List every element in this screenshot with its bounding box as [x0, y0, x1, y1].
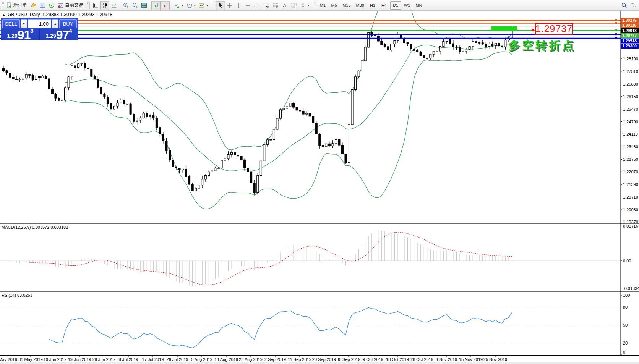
market-watch-button[interactable]: [47, 1, 56, 10]
volume-input[interactable]: 1.00: [28, 19, 51, 28]
group-drag-handle[interactable]: [314, 2, 316, 9]
highlight-rectangle-object[interactable]: [491, 26, 517, 31]
sell-price-point: 8: [30, 28, 33, 34]
triangle-up-icon: ▲: [54, 22, 57, 26]
candle-body: [244, 160, 246, 168]
date-axis-label: 2 May 2019: [0, 357, 17, 362]
timeframe-w1[interactable]: W1: [402, 1, 413, 10]
templates-menu-button[interactable]: ▾: [197, 1, 210, 10]
collapse-panel-icon[interactable]: ▲: [2, 13, 5, 16]
candle-body: [9, 73, 11, 77]
line-chart-icon: [111, 2, 117, 8]
chart-canvas[interactable]: 1.288701.281901.275101.268301.261501.254…: [0, 0, 639, 364]
candlestick-chart-button[interactable]: [100, 1, 109, 10]
group-drag-handle[interactable]: [86, 2, 88, 9]
bollinger-middle-band: [65, 44, 512, 171]
candle-body: [319, 134, 321, 146]
candle-body: [325, 144, 327, 147]
new-order-button[interactable]: 新订单: [5, 1, 29, 10]
horizontal-line-button[interactable]: [243, 1, 253, 10]
date-axis-label: 14 Aug 2019: [214, 357, 238, 362]
candle-body: [322, 146, 324, 147]
timeframe-h1[interactable]: H1: [367, 1, 378, 10]
sell-button[interactable]: SELL: [2, 19, 20, 28]
group-drag-handle[interactable]: [213, 2, 215, 9]
timeframe-d1[interactable]: D1: [390, 1, 401, 10]
candle-body: [117, 103, 118, 106]
date-axis-label: 19 Jun 2019: [68, 357, 91, 362]
price-callout-box[interactable]: 1.29737: [535, 23, 573, 35]
channel-button[interactable]: E: [262, 1, 271, 10]
candle-body: [273, 129, 275, 140]
zoom-out-button[interactable]: [130, 1, 139, 10]
crosshair-button[interactable]: [225, 1, 234, 10]
candle-body: [312, 116, 314, 123]
candle-body: [133, 114, 135, 121]
toolbar-separator: [150, 2, 150, 9]
indicators-menu-button[interactable]: ▾: [172, 1, 185, 10]
triangle-down-icon: ▼: [23, 22, 26, 26]
callout-anchor-marker[interactable]: [532, 29, 534, 31]
vertical-line-button[interactable]: [234, 1, 243, 10]
candle-body: [51, 89, 53, 94]
dropdown-caret-icon: ▾: [206, 3, 208, 7]
sell-price[interactable]: 1.29 91 8: [1, 29, 40, 40]
timeframe-m5[interactable]: M5: [329, 1, 339, 10]
text-label-button[interactable]: T: [289, 1, 298, 10]
toolbar-drag-handle[interactable]: [2, 2, 4, 9]
turning-point-note[interactable]: 多空转折点: [509, 38, 576, 53]
candle-body: [257, 175, 259, 192]
auto-scroll-button[interactable]: [151, 1, 161, 10]
search-button[interactable]: [620, 1, 629, 10]
candle-body: [143, 113, 144, 118]
signal-icon: [49, 2, 55, 8]
candle-body: [204, 176, 206, 179]
timeframe-m30[interactable]: M30: [354, 1, 367, 10]
candle-body: [289, 103, 291, 106]
candle-body: [423, 55, 425, 58]
candle-body: [341, 145, 343, 154]
arrows-menu-button[interactable]: ▾: [298, 1, 311, 10]
candle-body: [374, 35, 376, 36]
buy-button[interactable]: BUY: [59, 19, 77, 28]
price-level-label: 1.30116: [622, 23, 637, 28]
timeframe-m15[interactable]: M15: [340, 1, 353, 10]
candle-body: [436, 51, 438, 52]
fibonacci-button[interactable]: F: [271, 1, 280, 10]
rsi-axis-label: 0: [623, 350, 625, 354]
candle-body: [459, 47, 461, 51]
candle-body: [113, 106, 115, 109]
timeframe-h4[interactable]: H4: [379, 1, 389, 10]
trendline-button[interactable]: [253, 1, 262, 10]
chat-button[interactable]: [629, 1, 638, 10]
candle-body: [390, 44, 392, 50]
candle-body: [175, 167, 177, 168]
svg-text:F: F: [276, 6, 278, 8]
vertical-line-icon: [236, 2, 242, 8]
timeframe-mn[interactable]: MN: [413, 1, 424, 10]
cursor-icon: [217, 2, 224, 8]
buy-price[interactable]: 1.29 97 4: [40, 29, 78, 40]
bar-chart-button[interactable]: [91, 1, 100, 10]
tile-windows-button[interactable]: [139, 1, 149, 10]
timeframe-m1[interactable]: M1: [317, 1, 328, 10]
price-level-label: 1.29518: [622, 39, 637, 43]
zoom-in-button[interactable]: [121, 1, 130, 10]
chart-shift-button[interactable]: [161, 1, 170, 10]
candle-body: [361, 61, 363, 71]
candle-body: [400, 34, 402, 38]
cursor-button[interactable]: [216, 1, 225, 10]
candle-body: [107, 97, 109, 103]
auto-trading-button[interactable]: 自动交易: [56, 1, 85, 10]
line-chart-button[interactable]: [109, 1, 118, 10]
window-bottom-edge: [0, 362, 639, 364]
candle-body: [482, 43, 483, 44]
text-button[interactable]: A: [280, 1, 289, 10]
price-alert-button[interactable]: [29, 1, 38, 10]
date-axis-label: 9 Oct 2019: [363, 357, 383, 362]
volume-up-button[interactable]: ▲: [52, 19, 58, 28]
profile-button[interactable]: [38, 1, 47, 10]
candle-body: [491, 44, 493, 46]
periods-menu-button[interactable]: ▾: [185, 1, 198, 10]
volume-down-button[interactable]: ▼: [21, 19, 27, 28]
